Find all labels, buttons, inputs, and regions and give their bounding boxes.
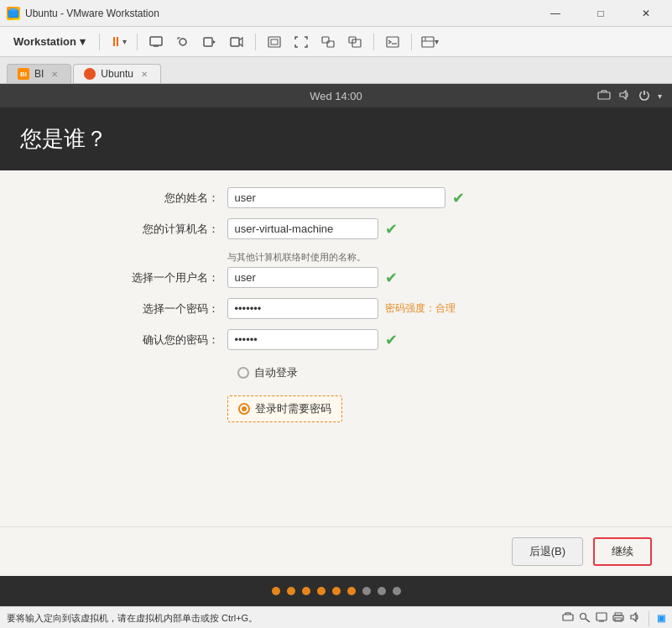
autologin-radio[interactable] [237, 367, 249, 379]
vm-status-icons: ▾ [597, 89, 662, 103]
dot-4 [317, 587, 326, 595]
requirepassword-option[interactable]: 登录时需要密码 [227, 395, 342, 422]
confirm-password-label: 确认您的密码： [93, 332, 227, 348]
svg-marker-6 [213, 40, 216, 44]
bottom-bar-text: 要将输入定向到该虚拟机，请在虚拟机内部单击或按 Ctrl+G。 [7, 612, 562, 625]
display-button[interactable] [144, 30, 168, 54]
dot-8 [378, 587, 386, 595]
svg-rect-19 [598, 92, 610, 99]
bi-tab-close[interactable]: ✕ [49, 68, 60, 80]
power-dropdown-icon[interactable]: ▾ [658, 92, 662, 101]
username-label: 选择一个用户名： [93, 270, 227, 285]
svg-rect-24 [563, 615, 573, 620]
confirm-password-row: 确认您的密码： ✔ [93, 329, 580, 350]
back-button[interactable]: 后退(B) [512, 537, 583, 566]
dot-9 [393, 587, 401, 595]
ubuntu-tab-close[interactable]: ✕ [138, 68, 150, 80]
password-row: 选择一个密码： 密码强度：合理 [93, 298, 580, 319]
record-icon [203, 36, 216, 48]
svg-point-28 [581, 614, 586, 620]
close-button[interactable]: ✕ [627, 2, 665, 25]
svg-marker-35 [631, 613, 636, 621]
username-input[interactable] [227, 267, 378, 288]
autologin-row: 自动登录 [93, 360, 580, 385]
unity-button[interactable]: ▾ [419, 30, 442, 54]
minimize-button[interactable]: — [536, 2, 575, 25]
bottom-network-icon[interactable] [562, 612, 574, 625]
power-icon[interactable] [638, 89, 651, 103]
dot-7 [362, 587, 371, 595]
password-strength-text: 密码强度：合理 [385, 301, 456, 316]
requirepassword-radio[interactable] [238, 403, 250, 415]
fullname-input[interactable] [227, 187, 445, 208]
password-label: 选择一个密码： [93, 301, 227, 317]
dot-3 [302, 587, 310, 595]
toolbar-separator-5 [411, 34, 412, 50]
bi-tab-label: BI [34, 68, 44, 80]
workstation-label: Workstation [13, 35, 76, 48]
svg-point-4 [180, 39, 186, 45]
terminal-icon [386, 36, 399, 48]
fullname-label: 您的姓名： [93, 191, 227, 206]
bottom-status-bar: 要将输入定向到该虚拟机，请在虚拟机内部单击或按 Ctrl+G。 ▣ [0, 606, 672, 628]
fullname-check-icon: ✔ [452, 189, 465, 207]
continue-button[interactable]: 继续 [593, 537, 652, 566]
confirm-password-check-icon: ✔ [385, 331, 398, 349]
unity-dropdown: ▾ [435, 37, 439, 46]
fit-button[interactable] [263, 30, 286, 54]
toolbar-separator-4 [373, 34, 374, 50]
network-icon[interactable] [597, 89, 611, 103]
password-input[interactable] [227, 298, 378, 319]
share-button[interactable] [225, 30, 248, 54]
computername-input[interactable] [227, 218, 378, 239]
bottom-print-icon[interactable] [612, 612, 624, 625]
dot-1 [272, 587, 280, 595]
svg-rect-7 [231, 38, 239, 46]
installer-title: 您是谁？ [20, 124, 652, 154]
snapshot-button[interactable] [171, 30, 195, 54]
tab-bi[interactable]: BI BI ✕ [7, 64, 71, 83]
username-check-icon: ✔ [385, 269, 398, 287]
radio-selected-dot [242, 406, 247, 411]
svg-line-29 [586, 619, 590, 622]
bottom-vm-icon[interactable]: ▣ [657, 613, 665, 624]
toolbar-separator-2 [137, 34, 138, 50]
computername-hint: 与其他计算机联络时使用的名称。 [227, 251, 366, 264]
svg-rect-2 [150, 37, 162, 45]
vm-status-bar: Wed 14:00 ▾ [0, 84, 672, 107]
pause-icon: ⏸ [109, 34, 122, 50]
resize-button[interactable] [316, 30, 340, 54]
svg-rect-8 [268, 37, 280, 47]
maximize-button[interactable]: □ [581, 2, 620, 25]
fullscreen-button[interactable] [289, 30, 313, 54]
dot-6 [347, 587, 356, 595]
username-row: 选择一个用户名： ✔ [93, 267, 580, 288]
terminal-button[interactable] [381, 30, 404, 54]
bottom-display-icon[interactable] [596, 612, 607, 625]
remap-icon [348, 36, 362, 48]
svg-rect-30 [596, 613, 607, 620]
remap-button[interactable] [343, 30, 367, 54]
toolbar-separator-3 [255, 34, 256, 50]
autologin-option[interactable]: 自动登录 [227, 360, 308, 385]
app-icon [7, 7, 20, 20]
nav-buttons: 后退(B) 继续 [0, 526, 672, 576]
workstation-menu-button[interactable]: Workstation ▾ [7, 32, 92, 51]
svg-point-18 [86, 71, 93, 77]
svg-rect-11 [327, 41, 334, 47]
pause-button[interactable]: ⏸ ▾ [107, 30, 130, 54]
toolbar-separator-1 [99, 34, 100, 50]
svg-rect-5 [204, 38, 212, 46]
bottom-search-icon[interactable] [579, 612, 591, 625]
window-controls: — □ ✕ [536, 2, 665, 25]
progress-dots [0, 576, 672, 606]
bottom-separator [649, 611, 649, 626]
record-button[interactable] [198, 30, 221, 54]
volume-icon[interactable] [617, 89, 631, 103]
bottom-volume-icon[interactable] [629, 612, 641, 625]
pause-dropdown: ▾ [122, 37, 127, 46]
tab-ubuntu[interactable]: Ubuntu ✕ [73, 64, 161, 83]
confirm-password-input[interactable] [227, 329, 378, 350]
snapshot-icon [176, 36, 190, 48]
dot-2 [287, 587, 295, 595]
